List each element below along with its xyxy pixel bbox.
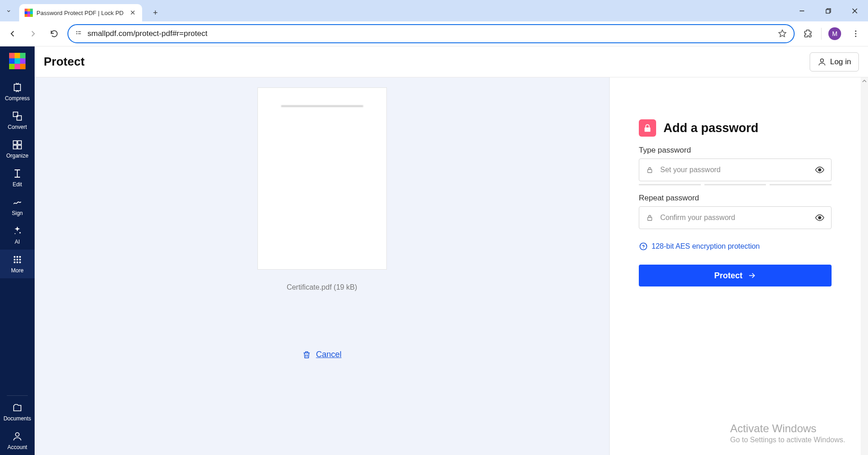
- svg-rect-23: [15, 53, 20, 58]
- svg-point-54: [818, 169, 821, 171]
- forward-button[interactable]: [26, 26, 41, 41]
- browser-tab-strip: Password Protect PDF | Lock PD ✕ +: [0, 0, 868, 21]
- svg-rect-26: [15, 58, 20, 64]
- scroll-up-icon[interactable]: [861, 77, 868, 85]
- sidebar-item-documents[interactable]: Documents: [0, 398, 35, 426]
- svg-point-41: [16, 256, 18, 258]
- svg-point-52: [647, 129, 648, 130]
- separator: [7, 395, 28, 396]
- user-icon: [817, 57, 827, 66]
- svg-point-39: [15, 233, 15, 234]
- svg-rect-25: [9, 58, 15, 64]
- ai-icon: [12, 225, 23, 236]
- maximize-button[interactable]: [815, 0, 842, 21]
- extensions-button[interactable]: [800, 26, 816, 41]
- svg-point-47: [16, 261, 18, 263]
- svg-rect-37: [18, 145, 21, 149]
- organize-icon: [12, 139, 23, 150]
- sidebar-item-more[interactable]: More: [0, 250, 35, 278]
- back-button[interactable]: [5, 26, 20, 41]
- panel-title: Add a password: [663, 121, 759, 135]
- svg-rect-31: [14, 84, 21, 91]
- protect-button[interactable]: Protect: [639, 265, 832, 286]
- lock-small-icon: [646, 166, 654, 174]
- svg-point-38: [20, 232, 21, 234]
- svg-rect-7: [27, 14, 30, 17]
- trash-icon: [302, 350, 311, 359]
- documents-icon: [12, 402, 23, 413]
- browser-menu-button[interactable]: [848, 26, 863, 41]
- sidebar-item-label: Sign: [12, 210, 23, 216]
- profile-avatar: M: [828, 27, 841, 40]
- svg-rect-0: [25, 9, 27, 11]
- page-title: Protect: [44, 55, 85, 69]
- svg-rect-5: [30, 11, 33, 14]
- svg-rect-29: [15, 64, 20, 69]
- file-caption: Certificate.pdf (19 kB): [287, 283, 357, 291]
- svg-point-15: [76, 33, 77, 34]
- browser-toolbar: M: [0, 21, 868, 46]
- repeat-password-input[interactable]: [660, 214, 808, 222]
- type-password-input[interactable]: [660, 166, 808, 174]
- svg-point-43: [14, 259, 15, 261]
- sidebar-item-compress[interactable]: Compress: [0, 77, 35, 106]
- reload-button[interactable]: [46, 26, 62, 41]
- show-password-icon[interactable]: [815, 165, 825, 175]
- account-icon: [12, 431, 23, 442]
- svg-rect-36: [13, 145, 17, 149]
- separator: [821, 28, 822, 40]
- preview-column: Certificate.pdf (19 kB) Cancel: [35, 77, 610, 455]
- sidebar-item-label: AI: [15, 239, 20, 245]
- password-panel: Add a password Type password Repeat pass…: [610, 77, 861, 455]
- svg-point-20: [855, 36, 857, 37]
- type-password-field[interactable]: [639, 158, 832, 181]
- new-tab-button[interactable]: +: [149, 6, 162, 20]
- tabs-dropdown-button[interactable]: [0, 0, 17, 21]
- minimize-button[interactable]: [789, 0, 815, 21]
- login-label: Log in: [830, 57, 851, 66]
- sidebar-item-label: Edit: [13, 181, 22, 188]
- main-area: Protect Log in Certificate.pdf (19 kB) C…: [35, 46, 868, 455]
- show-password-icon[interactable]: [815, 213, 825, 223]
- sidebar-item-organize[interactable]: Organize: [0, 135, 35, 164]
- sidebar-item-label: Documents: [4, 415, 31, 422]
- svg-rect-3: [25, 11, 27, 14]
- edit-icon: [12, 168, 23, 179]
- svg-rect-27: [20, 58, 26, 64]
- site-info-icon[interactable]: [75, 30, 83, 38]
- sidebar-item-convert[interactable]: Convert: [0, 106, 35, 135]
- cancel-label: Cancel: [316, 350, 341, 359]
- bookmark-star-icon[interactable]: [777, 29, 787, 39]
- svg-point-40: [14, 256, 15, 258]
- more-icon: [12, 254, 23, 265]
- tab-title: Password Protect PDF | Lock PD: [36, 10, 125, 16]
- app-logo[interactable]: [7, 51, 27, 71]
- repeat-password-label: Repeat password: [639, 194, 832, 203]
- sidebar: Compress Convert Organize Edit Sign AI M…: [0, 46, 35, 455]
- svg-rect-8: [30, 14, 33, 17]
- close-window-button[interactable]: [842, 0, 868, 21]
- cancel-link[interactable]: Cancel: [302, 350, 341, 359]
- convert-icon: [12, 111, 23, 122]
- repeat-password-field[interactable]: [639, 206, 832, 229]
- app-root: Compress Convert Organize Edit Sign AI M…: [0, 46, 868, 455]
- svg-point-45: [19, 259, 21, 261]
- browser-tab[interactable]: Password Protect PDF | Lock PD ✕: [19, 4, 142, 21]
- sidebar-item-sign[interactable]: Sign: [0, 192, 35, 221]
- svg-rect-55: [648, 217, 652, 220]
- encryption-text: 128-bit AES encryption protection: [652, 242, 760, 251]
- svg-point-14: [76, 31, 77, 32]
- svg-rect-35: [18, 141, 21, 144]
- sidebar-item-ai[interactable]: AI: [0, 221, 35, 250]
- profile-button[interactable]: M: [827, 26, 842, 41]
- sidebar-item-edit[interactable]: Edit: [0, 164, 35, 192]
- svg-rect-11: [826, 10, 830, 13]
- address-bar[interactable]: [67, 24, 795, 43]
- url-input[interactable]: [87, 29, 773, 38]
- sidebar-item-account[interactable]: Account: [0, 426, 35, 455]
- login-button[interactable]: Log in: [810, 52, 859, 72]
- app-header: Protect Log in: [35, 46, 868, 77]
- tab-close-button[interactable]: ✕: [128, 9, 137, 17]
- svg-rect-2: [30, 9, 33, 11]
- scrollbar[interactable]: [861, 77, 868, 455]
